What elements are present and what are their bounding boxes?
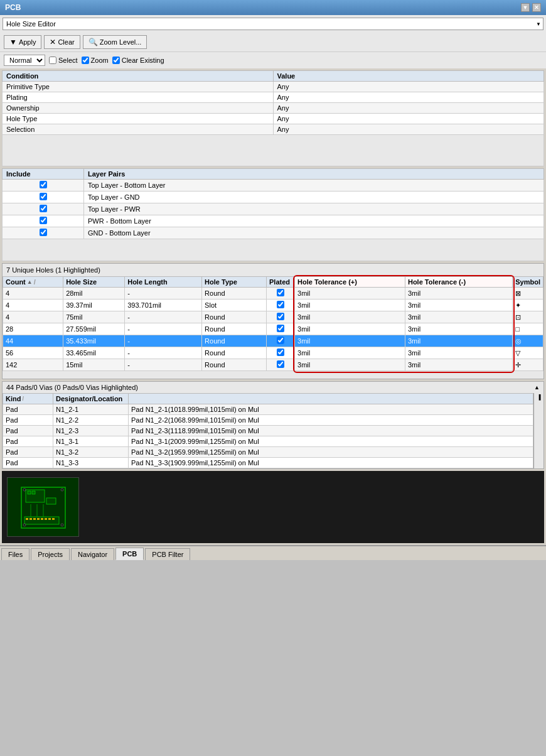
hole-type: Round	[202, 288, 267, 300]
condition-row: Hole TypeAny	[3, 114, 544, 124]
zoom-checkbox[interactable]	[82, 57, 89, 64]
zoom-checkbox-label[interactable]: Zoom	[82, 57, 109, 64]
hole-row[interactable]: 142 15mil - Round 3mil 3mil ✛	[3, 359, 543, 371]
value-cell: Any	[273, 124, 544, 135]
hole-size: 33.465mil	[63, 347, 125, 359]
pair-cell: Top Layer - GND	[84, 192, 544, 203]
tab-files[interactable]: Files	[1, 548, 29, 560]
count-sort-icon: ▲	[27, 279, 33, 285]
pcb-thumbnail	[7, 477, 79, 537]
pad-designator: N1_2-1	[53, 404, 129, 415]
plated-checkbox[interactable]	[277, 360, 284, 368]
pad-row[interactable]: Pad N1_3-1 Pad N1_3-1(2009.999mil,1255mi…	[3, 436, 533, 447]
tab-pcb-filter[interactable]: PCB Filter	[145, 548, 190, 560]
plated-checkbox[interactable]	[277, 301, 284, 308]
clear-existing-checkbox-label[interactable]: Clear Existing	[112, 57, 164, 64]
svg-point-17	[61, 524, 63, 526]
pad-row[interactable]: Pad N1_2-2 Pad N1_2-2(1068.999mil,1015mi…	[3, 415, 533, 426]
hole-type: Round	[202, 323, 267, 335]
tab-navigator[interactable]: Navigator	[71, 548, 114, 560]
pin-button[interactable]: ▼	[521, 3, 530, 12]
window-title: PCB	[5, 3, 21, 12]
layer-pair-checkbox[interactable]	[40, 181, 47, 188]
hole-row[interactable]: 4 75mil - Round 3mil 3mil ⊡	[3, 311, 543, 323]
pad-row[interactable]: Pad N1_2-3 Pad N1_2-3(1118.999mil,1015mi…	[3, 426, 533, 436]
tab-pcb[interactable]: PCB	[115, 548, 144, 560]
svg-rect-6	[26, 518, 28, 520]
hole-row[interactable]: 56 33.465mil - Round 3mil 3mil ▽	[3, 347, 543, 359]
pads-scrollbar[interactable]: ▐	[533, 393, 543, 468]
layer-pairs-section: Include Layer Pairs Top Layer - Bottom L…	[2, 168, 544, 261]
hole-plated	[267, 311, 295, 323]
hole-row[interactable]: 44 35.433mil - Round 3mil 3mil ◎	[3, 335, 543, 347]
pad-row[interactable]: Pad N1_3-3 Pad N1_3-3(1909.999mil,1255mi…	[3, 458, 533, 468]
apply-button[interactable]: ▼ Apply	[4, 35, 41, 49]
layer-pairs-spacer	[2, 239, 544, 261]
info-header	[129, 394, 533, 404]
mode-select[interactable]: Normal	[4, 55, 45, 66]
layer-pair-checkbox[interactable]	[40, 217, 47, 224]
layer-pair-checkbox[interactable]	[40, 205, 47, 212]
close-button[interactable]: ✕	[532, 3, 541, 12]
plated-checkbox[interactable]	[277, 325, 284, 332]
hole-row[interactable]: 28 27.559mil - Round 3mil 3mil □	[3, 323, 543, 335]
layer-pair-checkbox[interactable]	[40, 193, 47, 200]
hole-symbol: ⊡	[513, 311, 543, 323]
condition-row: OwnershipAny	[3, 103, 544, 114]
pad-info: Pad N1_3-2(1959.999mil,1255mil) on Mul	[129, 447, 533, 458]
pad-kind: Pad	[3, 458, 53, 468]
pad-row[interactable]: Pad N1_2-1 Pad N1_2-1(1018.999mil,1015mi…	[3, 404, 533, 415]
hole-tol-minus: 3mil	[405, 311, 512, 323]
hole-size: 27.559mil	[63, 323, 125, 335]
value-cell: Any	[273, 82, 544, 92]
layer-pair-checkbox[interactable]	[40, 229, 47, 236]
svg-rect-11	[45, 518, 47, 520]
condition-row: PlatingAny	[3, 92, 544, 103]
include-cell	[3, 203, 84, 215]
layer-pair-row: GND - Bottom Layer	[3, 227, 544, 239]
hole-tol-plus: 3mil	[295, 288, 405, 300]
svg-rect-12	[48, 518, 51, 520]
select-checkbox[interactable]	[49, 57, 56, 64]
hole-length-header: Hole Length	[125, 277, 202, 288]
select-checkbox-label[interactable]: Select	[49, 57, 78, 64]
tab-projects[interactable]: Projects	[31, 548, 70, 560]
hole-size-editor-dropdown[interactable]: Hole Size Editor	[3, 18, 543, 30]
pair-cell: Top Layer - PWR	[84, 203, 544, 215]
value-cell: Any	[273, 92, 544, 103]
hole-type: Slot	[202, 300, 267, 311]
hole-plated	[267, 359, 295, 371]
pads-header: 44 Pads/0 Vias (0 Pads/0 Vias Highlighte…	[3, 382, 543, 393]
holes-table: Count ▲ / Hole Size Hole Length Hole Typ…	[3, 276, 543, 371]
filter-bar: Normal Select Zoom Clear Existing	[0, 52, 546, 68]
hole-type: Round	[202, 335, 267, 347]
hole-size: 28mil	[63, 288, 125, 300]
toolbar: ▼ Apply ✕ Clear 🔍 Zoom Level...	[0, 33, 546, 52]
plated-checkbox[interactable]	[277, 313, 284, 320]
pad-info: Pad N1_3-1(2009.999mil,1255mil) on Mul	[129, 436, 533, 447]
layer-pairs-header: Layer Pairs	[84, 169, 544, 180]
include-cell	[3, 227, 84, 239]
kind-header: Kind /	[3, 394, 53, 404]
holes-summary: 7 Unique Holes (1 Highlighted)	[6, 266, 100, 274]
scrollbar-up-icon[interactable]: ▲	[534, 384, 540, 391]
hole-row[interactable]: 4 39.37mil 393.701mil Slot 3mil 3mil ✦	[3, 300, 543, 311]
plated-checkbox[interactable]	[277, 348, 284, 356]
zoom-level-button[interactable]: 🔍 Zoom Level...	[83, 35, 147, 49]
hole-plated	[267, 335, 295, 347]
plated-checkbox[interactable]	[277, 337, 284, 344]
clear-existing-checkbox[interactable]	[112, 57, 120, 64]
pad-row[interactable]: Pad N1_3-2 Pad N1_3-2(1959.999mil,1255mi…	[3, 447, 533, 458]
hole-row[interactable]: 4 28mil - Round 3mil 3mil ⊠	[3, 288, 543, 300]
plated-checkbox[interactable]	[277, 289, 284, 296]
hole-tol-plus: 3mil	[295, 347, 405, 359]
include-cell	[3, 192, 84, 203]
svg-rect-13	[52, 518, 55, 520]
condition-cell: Hole Type	[3, 114, 274, 124]
clear-button[interactable]: ✕ Clear	[44, 35, 80, 49]
holes-header: 7 Unique Holes (1 Highlighted)	[3, 264, 543, 276]
pads-section: 44 Pads/0 Vias (0 Pads/0 Vias Highlighte…	[2, 381, 544, 469]
hole-plated	[267, 288, 295, 300]
svg-point-14	[23, 489, 26, 491]
pad-designator: N1_3-1	[53, 436, 129, 447]
